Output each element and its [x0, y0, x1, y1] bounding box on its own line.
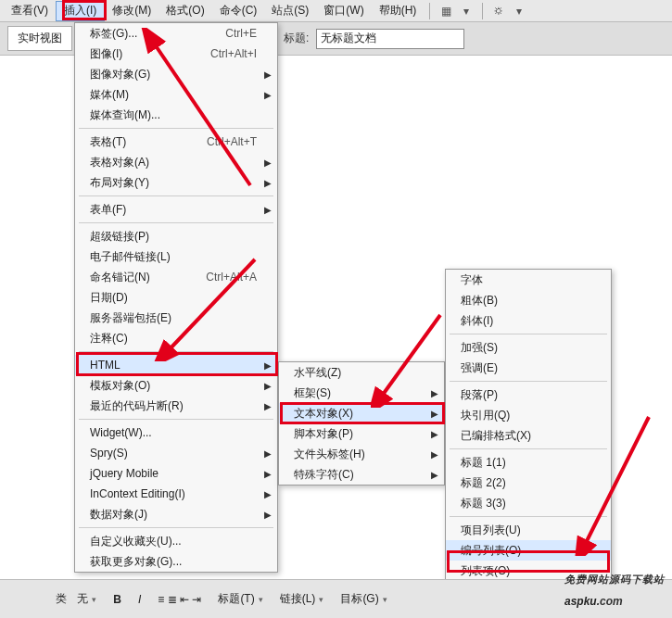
html-item[interactable]: 脚本对象(P)▶ [279, 423, 444, 444]
text-object-submenu: 字体粗体(B)斜体(I)加强(S)强调(E)段落(P)块引用(Q)已编排格式(X… [445, 269, 612, 582]
menu-format[interactable]: 格式(O) [158, 1, 211, 21]
text-item[interactable]: 加强(S) [446, 337, 611, 358]
menu-item-label: 段落(P) [461, 387, 590, 403]
menu-separator [79, 527, 273, 528]
menu-item-label: 脚本对象(P) [294, 426, 424, 442]
menu-item-label: 文件头标签(H) [294, 447, 424, 462]
insert-item[interactable]: Spry(S)▶ [75, 443, 277, 463]
menu-item-label: 图像(I) [90, 46, 183, 62]
text-item[interactable]: 标题 3(3) [446, 493, 611, 513]
class-selector[interactable]: 类 无 [56, 591, 96, 607]
menu-item-label: Spry(S) [90, 447, 257, 460]
text-item[interactable]: 粗体(B) [446, 290, 611, 310]
insert-item[interactable]: 布局对象(Y)▶ [75, 172, 277, 193]
link-selector[interactable]: 链接(L) [280, 591, 324, 607]
menu-item-label: 已编排格式(X) [461, 428, 590, 444]
text-item[interactable]: 斜体(I) [446, 310, 611, 331]
insert-item[interactable]: 表单(F)▶ [75, 199, 277, 220]
layout-icon[interactable]: ▦ [437, 3, 454, 19]
html-item[interactable]: 文本对象(X)▶ [279, 403, 444, 423]
menu-separator [450, 381, 607, 382]
menu-help[interactable]: 帮助(H) [372, 1, 425, 21]
menu-insert[interactable]: 插入(I) [56, 1, 105, 21]
watermark: 免费网站源码下载站 aspku.com [564, 573, 665, 611]
insert-item[interactable]: 数据对象(J)▶ [75, 504, 277, 524]
text-item[interactable]: 标题 1(1) [446, 452, 611, 473]
html-submenu: 水平线(Z)框架(S)▶文本对象(X)▶脚本对象(P)▶文件头标签(H)▶特殊字… [278, 361, 445, 486]
menu-item-label: 特殊字符(C) [294, 467, 424, 483]
text-item[interactable]: 段落(P) [446, 385, 611, 405]
menu-separator [79, 195, 273, 196]
submenu-arrow-icon: ▶ [264, 448, 272, 459]
submenu-arrow-icon: ▶ [264, 360, 272, 371]
insert-item[interactable]: 自定义收藏夹(U)... [75, 531, 277, 551]
chevron-down-icon[interactable]: ▾ [458, 3, 475, 19]
submenu-arrow-icon: ▶ [264, 158, 272, 168]
submenu-arrow-icon: ▶ [264, 381, 272, 391]
bold-button[interactable]: B [113, 593, 121, 606]
menu-item-label: 水平线(Z) [294, 365, 424, 381]
text-item[interactable]: 项目列表(U) [446, 520, 611, 540]
insert-item[interactable]: 图像对象(G)▶ [75, 64, 277, 84]
submenu-arrow-icon: ▶ [431, 470, 438, 480]
insert-item[interactable]: 获取更多对象(G)... [75, 551, 277, 572]
italic-button[interactable]: I [138, 593, 141, 606]
menu-item-label: 编号列表(O) [461, 543, 590, 559]
menu-item-label: 超级链接(P) [90, 229, 257, 245]
menu-view[interactable]: 查看(V) [4, 1, 56, 21]
align-icons[interactable]: ≡ ≣ ⇤ ⇥ [158, 593, 201, 606]
insert-item[interactable]: 图像(I)Ctrl+Alt+I [75, 44, 277, 64]
html-item[interactable]: 文件头标签(H)▶ [279, 444, 444, 464]
menu-shortcut: Ctrl+Alt+I [210, 47, 257, 60]
tool-icon[interactable]: ⛭ [490, 3, 507, 19]
insert-item[interactable]: InContext Editing(I)▶ [75, 484, 277, 504]
title-input[interactable] [316, 29, 464, 49]
insert-item[interactable]: 媒体(M)▶ [75, 84, 277, 105]
insert-item[interactable]: HTML▶ [75, 355, 277, 375]
menu-command[interactable]: 命令(C) [212, 1, 265, 21]
target-selector[interactable]: 目标(G) [340, 591, 387, 607]
menu-separator [79, 351, 273, 352]
insert-item[interactable]: 表格(T)Ctrl+Alt+T [75, 132, 277, 152]
insert-dropdown: 标签(G)...Ctrl+E图像(I)Ctrl+Alt+I图像对象(G)▶媒体(… [74, 22, 278, 573]
insert-item[interactable]: 日期(D) [75, 287, 277, 308]
text-item[interactable]: 强调(E) [446, 358, 611, 378]
menu-item-label: 标签(G)... [90, 26, 197, 42]
insert-item[interactable]: jQuery Mobile▶ [75, 463, 277, 484]
menu-site[interactable]: 站点(S) [264, 1, 316, 21]
menubar-separator [429, 3, 430, 19]
insert-item[interactable]: 服务器端包括(E) [75, 308, 277, 328]
text-item[interactable]: 编号列表(O) [446, 540, 611, 561]
insert-item[interactable]: 注释(C) [75, 328, 277, 348]
insert-item[interactable]: 媒体查询(M)... [75, 105, 277, 125]
text-item[interactable]: 字体 [446, 270, 611, 290]
text-item[interactable]: 已编排格式(X) [446, 425, 611, 446]
menu-item-label: 最近的代码片断(R) [90, 398, 257, 414]
insert-item[interactable]: Widget(W)... [75, 423, 277, 443]
realtime-view-tab[interactable]: 实时视图 [7, 26, 72, 51]
heading-selector[interactable]: 标题(T) [218, 591, 262, 607]
menu-separator [79, 419, 273, 420]
menu-modify[interactable]: 修改(M) [105, 1, 158, 21]
insert-item[interactable]: 电子邮件链接(L) [75, 246, 277, 267]
menu-item-label: 字体 [461, 272, 590, 288]
menu-separator [450, 334, 607, 334]
menu-item-label: 布局对象(Y) [90, 175, 257, 191]
menu-item-label: 模板对象(O) [90, 378, 257, 394]
menu-item-label: InContext Editing(I) [90, 487, 257, 500]
insert-item[interactable]: 命名锚记(N)Ctrl+Alt+A [75, 267, 277, 287]
insert-item[interactable]: 标签(G)...Ctrl+E [75, 23, 277, 44]
html-item[interactable]: 框架(S)▶ [279, 383, 444, 403]
insert-item[interactable]: 模板对象(O)▶ [75, 375, 277, 396]
menu-item-label: 标题 2(2) [461, 475, 590, 491]
chevron-down-icon[interactable]: ▾ [511, 3, 527, 19]
text-item[interactable]: 标题 2(2) [446, 473, 611, 493]
menu-item-label: 框架(S) [294, 385, 424, 401]
insert-item[interactable]: 超级链接(P) [75, 226, 277, 246]
menu-window[interactable]: 窗口(W) [316, 1, 371, 21]
text-item[interactable]: 块引用(Q) [446, 405, 611, 425]
insert-item[interactable]: 表格对象(A)▶ [75, 152, 277, 172]
html-item[interactable]: 水平线(Z) [279, 362, 444, 383]
html-item[interactable]: 特殊字符(C)▶ [279, 464, 444, 485]
insert-item[interactable]: 最近的代码片断(R)▶ [75, 396, 277, 416]
